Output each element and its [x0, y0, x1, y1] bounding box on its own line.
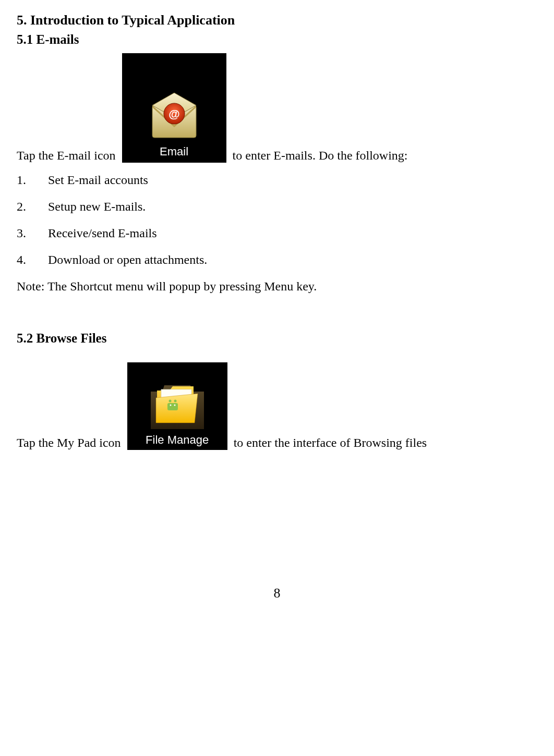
list-text: Set E-mail accounts: [48, 173, 148, 187]
list-item: 4.Download or open attachments.: [17, 253, 537, 267]
email-icon-label: Email: [160, 145, 188, 158]
list-num: 2.: [17, 200, 29, 214]
svg-text:@: @: [168, 107, 179, 120]
filemanage-app-icon: File Manage: [127, 362, 227, 450]
svg-point-7: [170, 405, 171, 406]
filemanage-icon-label: File Manage: [146, 433, 209, 447]
section-5-heading: 5. Introduction to Typical Application: [17, 13, 537, 28]
section-5-1-heading: 5.1 E-mails: [17, 32, 537, 47]
email-app-icon: @ Email: [122, 53, 226, 163]
folder-icon: [149, 379, 206, 431]
list-text: Setup new E-mails.: [48, 200, 146, 214]
email-envelope-icon: @: [148, 90, 200, 142]
email-steps-list: 1.Set E-mail accounts 2.Setup new E-mail…: [17, 173, 537, 267]
note-text: Note: The Shortcut menu will popup by pr…: [17, 279, 537, 294]
page-number: 8: [17, 586, 537, 601]
section-5-2-heading: 5.2 Browse Files: [17, 331, 537, 346]
list-num: 3.: [17, 226, 29, 240]
svg-point-6: [174, 400, 176, 403]
para-text-before: Tap the E-mail icon: [17, 149, 116, 163]
para-text-after: to enter E-mails. Do the following:: [233, 149, 408, 163]
list-item: 2.Setup new E-mails.: [17, 200, 537, 214]
list-item: 3.Receive/send E-mails: [17, 226, 537, 240]
list-num: 4.: [17, 253, 29, 267]
list-num: 1.: [17, 173, 29, 187]
list-text: Receive/send E-mails: [48, 226, 157, 240]
para-text-before-file: Tap the My Pad icon: [17, 436, 121, 450]
svg-point-5: [168, 400, 171, 403]
email-icon-paragraph: Tap the E-mail icon @: [17, 53, 537, 163]
list-item: 1.Set E-mail accounts: [17, 173, 537, 187]
svg-rect-4: [167, 403, 178, 410]
svg-point-8: [174, 405, 175, 406]
list-text: Download or open attachments.: [48, 253, 207, 267]
para-text-after-file: to enter the interface of Browsing files: [234, 436, 427, 450]
file-icon-paragraph: Tap the My Pad icon: [17, 362, 537, 450]
